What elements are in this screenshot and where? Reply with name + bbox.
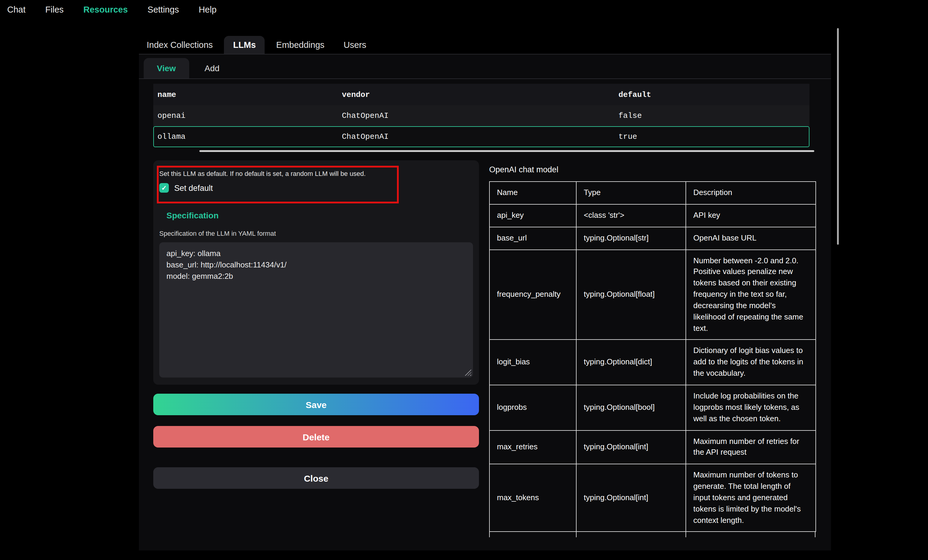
schema-cell-type: <class 'str'> <box>576 204 686 227</box>
llm-cell-vendor: ChatOpenAI <box>338 132 614 141</box>
nav-item-files[interactable]: Files <box>45 5 64 14</box>
horizontal-scrollbar[interactable] <box>153 150 818 152</box>
default-hint-text: Set this LLM as default. If no default i… <box>153 160 479 177</box>
subtab-view[interactable]: View <box>144 58 189 78</box>
nav-item-settings[interactable]: Settings <box>148 5 179 14</box>
vertical-scrollbar-thumb[interactable] <box>837 28 839 245</box>
schema-cell-name: base_url <box>490 227 576 250</box>
schema-title: OpenAI chat model <box>489 165 816 174</box>
app-root: ChatFilesResourcesSettingsHelp Index Col… <box>0 0 928 560</box>
llm-cell-default: true <box>614 132 809 141</box>
llm-detail-panel: Set this LLM as default. If no default i… <box>153 160 479 385</box>
schema-row-base-url: base_urltyping.Optional[str]OpenAI base … <box>490 227 816 250</box>
set-default-label: Set default <box>174 183 213 192</box>
schema-column-type: Type <box>576 181 686 204</box>
schema-cell-name: api_key <box>490 204 576 227</box>
schema-cell-description: Dictionary of logit bias values to add t… <box>686 340 816 385</box>
sub-tabbar: ViewAdd <box>139 55 831 79</box>
schema-column: OpenAI chat model Name Type Description … <box>489 160 816 537</box>
schema-column-name: Name <box>490 181 576 204</box>
schema-cell-description: OpenAI base URL <box>686 227 816 250</box>
llm-cell-default: false <box>614 111 809 120</box>
subtab-add[interactable]: Add <box>191 58 233 78</box>
llm-row-ollama[interactable]: ollamaChatOpenAItrue <box>153 126 809 147</box>
tab-llms[interactable]: LLMs <box>224 36 265 54</box>
llm-detail-column: Set this LLM as default. If no default i… <box>153 160 479 537</box>
specification-caption: Specification of the LLM in YAML format <box>159 230 479 237</box>
checkmark-icon: ✓ <box>161 184 167 191</box>
schema-table-body: api_key<class 'str'>API keybase_urltypin… <box>490 204 816 532</box>
yaml-specification-input[interactable]: api_key: ollama base_url: http://localho… <box>159 242 473 377</box>
specification-heading: Specification <box>166 211 479 220</box>
schema-partial-row <box>489 532 815 537</box>
schema-cell-description: API key <box>686 204 816 227</box>
detail-columns: Set this LLM as default. If no default i… <box>153 160 816 537</box>
schema-cell-name: frequency_penalty <box>490 250 576 340</box>
schema-row-logit-bias: logit_biastyping.Optional[dict]Dictionar… <box>490 340 816 385</box>
schema-row-max-tokens: max_tokenstyping.Optional[int]Maximum nu… <box>490 464 816 531</box>
schema-row-frequency-penalty: frequency_penaltytyping.Optional[float]N… <box>490 250 816 340</box>
llm-table-body: openaiChatOpenAIfalseollamaChatOpenAItru… <box>153 105 809 147</box>
llm-row-openai[interactable]: openaiChatOpenAIfalse <box>153 105 809 126</box>
set-default-checkbox[interactable]: ✓ <box>159 183 169 193</box>
llm-column-default: default <box>614 90 809 99</box>
schema-cell-description: Maximum number of tokens to generate. Th… <box>686 464 816 531</box>
llm-cell-vendor: ChatOpenAI <box>338 111 614 120</box>
llm-cell-name: openai <box>153 111 338 120</box>
schema-cell-type: typing.Optional[float] <box>576 250 686 340</box>
schema-cell-type: typing.Optional[bool] <box>576 385 686 430</box>
schema-row-logprobs: logprobstyping.Optional[bool]Include log… <box>490 385 816 430</box>
schema-table-header: Name Type Description <box>490 181 816 204</box>
nav-item-resources[interactable]: Resources <box>84 5 128 14</box>
schema-cell-type: typing.Optional[dict] <box>576 340 686 385</box>
schema-cell-name: max_retries <box>490 430 576 464</box>
horizontal-scrollbar-thumb[interactable] <box>199 150 814 152</box>
schema-cell-type: typing.Optional[int] <box>576 430 686 464</box>
schema-row-api-key: api_key<class 'str'>API key <box>490 204 816 227</box>
delete-button[interactable]: Delete <box>153 426 479 447</box>
schema-cell-description: Maximum number of retries for the API re… <box>686 430 816 464</box>
schema-cell-name: logit_bias <box>490 340 576 385</box>
schema-cell-type: typing.Optional[int] <box>576 464 686 531</box>
save-button[interactable]: Save <box>153 394 479 415</box>
schema-table: Name Type Description api_key<class 'str… <box>489 181 816 532</box>
set-default-checkbox-row[interactable]: ✓ Set default <box>159 183 213 193</box>
nav-item-help[interactable]: Help <box>199 5 217 14</box>
top-nav: ChatFilesResourcesSettingsHelp <box>7 5 217 14</box>
llm-table: name vendor default openaiChatOpenAIfals… <box>153 84 809 147</box>
llm-column-name: name <box>153 90 338 99</box>
llm-column-vendor: vendor <box>338 90 614 99</box>
schema-cell-description: Include log probabilities on the logprob… <box>686 385 816 430</box>
llm-table-header: name vendor default <box>153 84 809 105</box>
schema-row-max-retries: max_retriestyping.Optional[int]Maximum n… <box>490 430 816 464</box>
llm-cell-name: ollama <box>153 132 338 141</box>
tab-users[interactable]: Users <box>336 36 374 54</box>
schema-cell-description: Number between -2.0 and 2.0. Positive va… <box>686 250 816 340</box>
tab-embeddings[interactable]: Embeddings <box>269 36 332 54</box>
tab-index-collections[interactable]: Index Collections <box>139 36 221 54</box>
schema-cell-name: max_tokens <box>490 464 576 531</box>
close-button[interactable]: Close <box>153 467 479 489</box>
nav-item-chat[interactable]: Chat <box>7 5 26 14</box>
yaml-editor-wrapper: api_key: ollama base_url: http://localho… <box>159 242 473 377</box>
schema-column-description: Description <box>686 181 816 204</box>
schema-cell-name: logprobs <box>490 385 576 430</box>
main-tabbar: Index CollectionsLLMsEmbeddingsUsers <box>139 36 831 55</box>
llms-panel: ViewAdd name vendor default openaiChatOp… <box>139 55 831 551</box>
schema-cell-type: typing.Optional[str] <box>576 227 686 250</box>
